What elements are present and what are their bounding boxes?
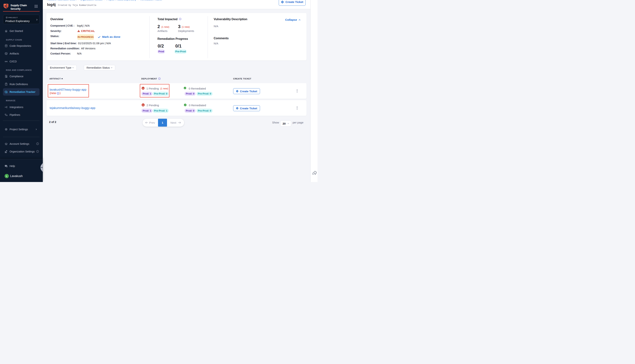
svg-text:?: ? (6, 165, 6, 166)
